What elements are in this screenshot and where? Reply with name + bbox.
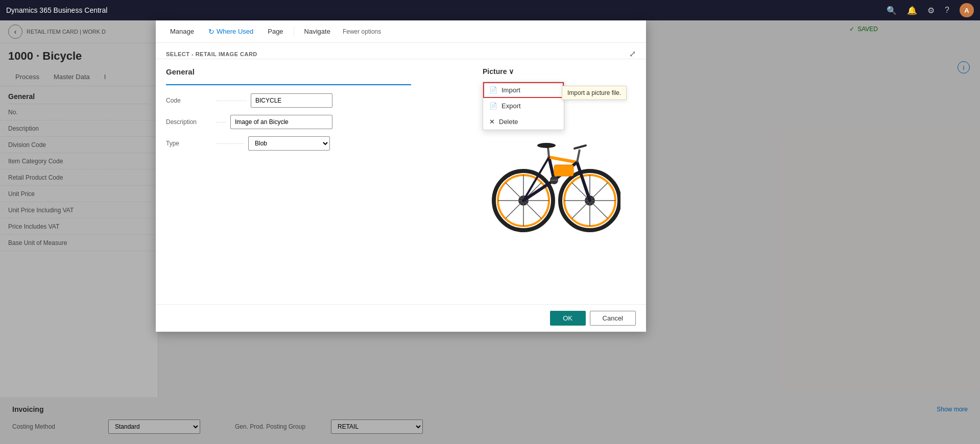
- cancel-button[interactable]: Cancel: [590, 311, 636, 326]
- ok-button[interactable]: OK: [550, 311, 586, 326]
- top-navigation-bar: Dynamics 365 Business Central 🔍 🔔 ⚙ ? A: [0, 0, 980, 20]
- import-tooltip: Import a picture file.: [562, 86, 627, 100]
- dialog-body: General Code Description Type: [156, 59, 646, 304]
- picture-section: Picture ∨ 📄 Import 📄 Export: [472, 67, 636, 244]
- notification-icon[interactable]: 🔔: [907, 6, 917, 15]
- svg-line-30: [577, 150, 580, 162]
- type-select[interactable]: Blob: [248, 136, 330, 151]
- type-dots: [216, 143, 244, 144]
- svg-line-31: [575, 145, 586, 149]
- delete-icon: ✕: [489, 118, 495, 126]
- ribbon-separator: [294, 27, 294, 37]
- picture-chevron-down-icon: ∨: [509, 67, 514, 76]
- dialog-footer: OK Cancel: [156, 304, 646, 332]
- search-icon[interactable]: 🔍: [887, 6, 897, 15]
- import-icon: 📄: [489, 86, 497, 94]
- dialog-form-section: General Code Description Type: [166, 67, 472, 158]
- ribbon-manage-button[interactable]: Manage: [164, 24, 200, 38]
- svg-line-27: [577, 162, 590, 201]
- svg-line-24: [549, 157, 577, 162]
- dialog-header: SELECT - RETAIL IMAGE CARD ⤢: [156, 43, 646, 59]
- settings-icon[interactable]: ⚙: [927, 6, 935, 15]
- dialog-section-title: General: [166, 67, 472, 76]
- avatar[interactable]: A: [960, 3, 974, 17]
- picture-dropdown-menu: 📄 Import 📄 Export ✕ Delete: [483, 82, 564, 130]
- app-title: Dynamics 365 Business Central: [6, 6, 880, 14]
- delete-label: Delete: [499, 118, 518, 126]
- fewer-options-button[interactable]: Fewer options: [339, 25, 385, 38]
- dropdown-import-item[interactable]: 📄 Import: [483, 82, 564, 98]
- svg-line-28: [548, 147, 549, 157]
- bicycle-svg: [488, 124, 620, 236]
- type-field-row: Type Blob: [166, 136, 472, 151]
- description-label: Description: [166, 118, 212, 126]
- import-label: Import: [501, 86, 520, 94]
- picture-area: Picture ∨ 📄 Import 📄 Export: [483, 67, 636, 76]
- section-divider: [166, 84, 411, 85]
- export-label: Export: [501, 102, 521, 110]
- where-used-label: Where Used: [217, 28, 253, 35]
- svg-point-29: [537, 143, 556, 148]
- ribbon-where-used-button[interactable]: ↻ Where Used: [202, 24, 259, 39]
- picture-header[interactable]: Picture ∨: [483, 67, 636, 76]
- svg-line-21: [590, 183, 608, 201]
- code-label: Code: [166, 97, 212, 104]
- top-bar-icons: 🔍 🔔 ⚙ ? A: [887, 3, 974, 17]
- description-field-row: Description: [166, 115, 472, 129]
- code-input[interactable]: [251, 93, 332, 108]
- dropdown-delete-item[interactable]: ✕ Delete: [483, 114, 564, 130]
- picture-label: Picture: [483, 67, 507, 76]
- svg-line-20: [572, 201, 590, 218]
- dropdown-export-item[interactable]: 📄 Export: [483, 98, 564, 114]
- code-field-row: Code: [166, 93, 472, 108]
- dialog-ribbon: Manage ↻ Where Used Page Navigate Fewer …: [156, 20, 646, 43]
- export-icon: 📄: [489, 102, 497, 110]
- svg-line-7: [506, 183, 523, 201]
- ribbon-page-button[interactable]: Page: [261, 24, 289, 38]
- type-label: Type: [166, 140, 212, 147]
- svg-line-19: [590, 201, 608, 218]
- where-used-icon: ↻: [208, 28, 214, 36]
- help-icon[interactable]: ?: [945, 6, 949, 15]
- description-input[interactable]: [230, 115, 332, 129]
- dialog-retail-image-card: Manage ↻ Where Used Page Navigate Fewer …: [156, 20, 646, 332]
- svg-rect-32: [554, 165, 573, 176]
- ribbon-navigate-button[interactable]: Navigate: [298, 24, 337, 38]
- dialog-title: SELECT - RETAIL IMAGE CARD: [166, 51, 257, 57]
- svg-line-9: [506, 201, 523, 218]
- bicycle-image-area: [483, 116, 626, 244]
- description-dots: [216, 122, 226, 122]
- code-dots: [216, 101, 247, 101]
- svg-line-8: [523, 201, 541, 218]
- expand-icon[interactable]: ⤢: [629, 49, 636, 59]
